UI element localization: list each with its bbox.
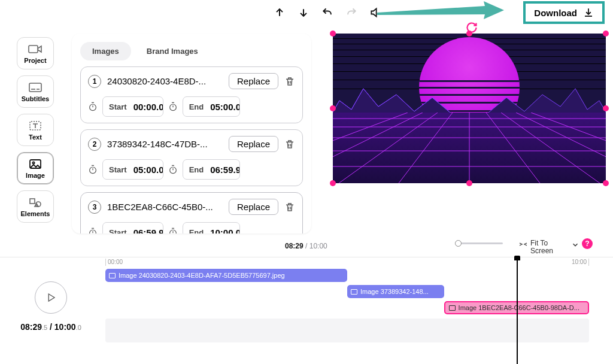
play-icon bbox=[45, 292, 56, 303]
clip-image-icon bbox=[449, 305, 456, 311]
playhead-handle[interactable] bbox=[514, 256, 520, 260]
svg-line-17 bbox=[399, 113, 453, 183]
timeline: 08:29.5 / 10:00.0 00:00 10:00 Image 2403… bbox=[0, 257, 613, 364]
replace-button[interactable]: Replace bbox=[229, 73, 278, 89]
resize-handle[interactable] bbox=[466, 31, 472, 37]
trash-icon[interactable] bbox=[284, 202, 295, 213]
image-index: 2 bbox=[88, 138, 101, 151]
nav-elements[interactable]: Elements bbox=[17, 190, 54, 223]
tab-brand-images[interactable]: Brand Images bbox=[135, 42, 210, 60]
stopwatch-icon bbox=[88, 165, 98, 174]
nav-label: Text bbox=[29, 134, 42, 141]
end-time-input[interactable]: End 05:00.0 bbox=[183, 96, 241, 117]
camera-icon bbox=[28, 44, 43, 54]
top-toolbar: Download bbox=[0, 0, 613, 25]
nav-subtitles[interactable]: Subtitles bbox=[17, 75, 54, 108]
end-time-input[interactable]: End 06:59.9 bbox=[183, 159, 241, 180]
trash-icon[interactable] bbox=[284, 76, 295, 87]
image-filename: 24030820-2403-4E8D-... bbox=[107, 76, 223, 86]
image-filename: 1BEC2EA8-C66C-45B0-... bbox=[107, 202, 223, 212]
chevron-down-icon[interactable] bbox=[571, 241, 579, 249]
resize-handle[interactable] bbox=[603, 105, 609, 111]
stopwatch-icon bbox=[88, 228, 98, 233]
svg-rect-2 bbox=[29, 83, 41, 92]
svg-point-7 bbox=[32, 162, 34, 163]
zoom-slider-knob[interactable] bbox=[455, 240, 462, 247]
mid-controls: 08:29 / 10:00 Fit To Screen ? bbox=[0, 235, 613, 257]
play-button[interactable] bbox=[35, 281, 67, 314]
svg-line-20 bbox=[501, 113, 600, 183]
nav-image[interactable]: Image bbox=[17, 152, 54, 184]
replace-button[interactable]: Replace bbox=[229, 199, 278, 215]
resize-handle[interactable] bbox=[466, 180, 472, 186]
stopwatch-icon bbox=[168, 165, 178, 174]
shapes-icon bbox=[28, 197, 43, 208]
svg-line-21 bbox=[333, 113, 423, 183]
svg-line-24 bbox=[531, 113, 606, 183]
svg-line-22 bbox=[516, 113, 606, 183]
stopwatch-icon bbox=[168, 102, 178, 111]
download-button[interactable]: Download bbox=[523, 1, 605, 24]
start-time-input[interactable]: Start 06:59.9 bbox=[102, 222, 163, 233]
timeline-clip[interactable]: Image 24030820-2403-4E8D-AFA7-5D5EB57756… bbox=[105, 269, 347, 282]
text-icon bbox=[28, 120, 43, 131]
svg-rect-1 bbox=[29, 46, 38, 53]
trash-icon[interactable] bbox=[284, 139, 295, 150]
playhead[interactable] bbox=[517, 259, 518, 364]
nav-label: Elements bbox=[21, 210, 50, 217]
nav-label: Subtitles bbox=[22, 95, 49, 102]
subtitles-icon bbox=[28, 82, 43, 93]
svg-rect-8 bbox=[30, 199, 35, 204]
image-card[interactable]: 1 24030820-2403-4E8D-... Replace Start 0… bbox=[80, 66, 303, 123]
svg-line-19 bbox=[339, 113, 438, 183]
clip-image-icon bbox=[351, 289, 357, 295]
image-list: 1 24030820-2403-4E8D-... Replace Start 0… bbox=[72, 64, 311, 233]
resize-handle[interactable] bbox=[603, 180, 609, 186]
clip-image-icon bbox=[109, 273, 116, 278]
timeline-clip[interactable]: Image 37389342-148... bbox=[347, 285, 444, 298]
move-up-icon[interactable] bbox=[273, 6, 286, 19]
end-time-input[interactable]: End 10:00.0 bbox=[183, 222, 241, 233]
download-label: Download bbox=[534, 8, 577, 18]
fit-to-screen-button[interactable]: Fit To Screen bbox=[517, 239, 559, 255]
tab-images[interactable]: Images bbox=[80, 42, 131, 60]
resize-handle[interactable] bbox=[330, 31, 336, 37]
download-icon bbox=[583, 7, 594, 18]
callout-arrow-icon bbox=[377, 1, 504, 19]
image-index: 1 bbox=[88, 75, 101, 88]
image-index: 3 bbox=[88, 201, 101, 214]
start-time-input[interactable]: Start 05:00.0 bbox=[102, 159, 163, 180]
svg-line-23 bbox=[333, 113, 408, 183]
undo-icon[interactable] bbox=[321, 6, 334, 19]
nav-label: Project bbox=[24, 57, 46, 64]
svg-point-10 bbox=[90, 104, 96, 111]
preview-canvas[interactable] bbox=[333, 34, 606, 183]
stopwatch-icon bbox=[168, 228, 178, 233]
help-button[interactable]: ? bbox=[582, 238, 593, 249]
zoom-slider[interactable] bbox=[455, 242, 503, 244]
image-icon bbox=[28, 159, 43, 169]
start-time-input[interactable]: Start 00:00.0 bbox=[102, 96, 163, 117]
nav-label: Image bbox=[26, 172, 45, 179]
resize-handle[interactable] bbox=[330, 105, 336, 111]
nav-text[interactable]: Text bbox=[17, 114, 54, 146]
resize-handle[interactable] bbox=[603, 31, 609, 37]
nav-project[interactable]: Project bbox=[17, 37, 54, 69]
image-card[interactable]: 2 37389342-148C-47DB-... Replace Start 0… bbox=[80, 129, 303, 186]
svg-line-18 bbox=[486, 113, 540, 183]
redo-icon[interactable] bbox=[345, 6, 358, 19]
svg-marker-0 bbox=[377, 1, 504, 19]
preview-image bbox=[333, 34, 606, 183]
image-panel: Images Brand Images 1 24030820-2403-4E8D… bbox=[72, 34, 311, 233]
timeline-tracks[interactable]: 00:00 10:00 Image 24030820-2403-4E8D-AFA… bbox=[105, 259, 589, 354]
image-card[interactable]: 3 1BEC2EA8-C66C-45B0-... Replace Start 0… bbox=[80, 192, 303, 233]
timeline-time-display: 08:29.5 / 10:00.0 bbox=[20, 322, 81, 332]
side-nav: Project Subtitles Text Image Elements bbox=[17, 37, 54, 211]
panel-tabs: Images Brand Images bbox=[72, 34, 311, 64]
replace-button[interactable]: Replace bbox=[229, 136, 278, 152]
svg-point-11 bbox=[169, 104, 176, 111]
image-filename: 37389342-148C-47DB-... bbox=[107, 139, 223, 149]
stopwatch-icon bbox=[88, 102, 98, 111]
resize-handle[interactable] bbox=[330, 180, 336, 186]
move-down-icon[interactable] bbox=[297, 6, 310, 19]
